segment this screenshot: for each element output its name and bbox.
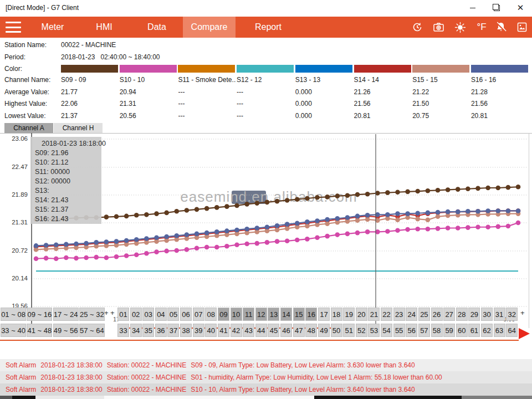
channel-number-button[interactable]: 64 [506, 324, 518, 337]
channel-number-button[interactable]: 62 [481, 324, 493, 337]
range-button[interactable]: 25 ~ 32 [79, 308, 105, 321]
channel-number-button[interactable]: 04 [155, 308, 167, 321]
channel-number-button[interactable]: 27 [443, 308, 455, 321]
channel-number-button[interactable]: 63 [494, 324, 505, 337]
channel-number-button[interactable]: 57 [418, 324, 430, 337]
channel-number-button[interactable]: 36 [155, 324, 167, 337]
channel-number-button[interactable]: 16 [305, 308, 317, 321]
camera-icon[interactable] [432, 21, 445, 33]
taskbar-fragment [104, 396, 314, 399]
image-icon[interactable] [515, 21, 529, 33]
sync-icon[interactable] [411, 21, 424, 33]
channel-number-button[interactable]: 48 [305, 324, 317, 337]
channel-number-button[interactable]: 45 [268, 324, 279, 337]
channel-number-button[interactable]: 38 [180, 324, 192, 337]
channel-number-button[interactable]: 49 [318, 324, 330, 337]
channel-number-button[interactable]: 34 [130, 324, 142, 337]
channel-number-button[interactable]: 17 [318, 308, 330, 321]
channel-number-button[interactable]: 55 [393, 324, 405, 337]
channel-number-button[interactable]: 56 [406, 324, 417, 337]
channel-number-button[interactable]: 33 [117, 324, 129, 337]
channel-number-button[interactable]: 51 [343, 324, 355, 337]
sun-icon[interactable] [453, 21, 467, 33]
channel-number-button[interactable]: 28 [456, 308, 468, 321]
channel-number-button[interactable]: 01 [117, 308, 129, 321]
channel-number-button[interactable]: 14 [280, 308, 292, 321]
zoom-plus-icon[interactable]: + [520, 309, 525, 317]
minimize-button[interactable] [463, 0, 482, 16]
channel-number-button[interactable]: 13 [268, 308, 279, 321]
channel-number-button[interactable]: 42 [231, 324, 242, 337]
channel-number-button[interactable]: 15 [293, 308, 305, 321]
tab-channel-a[interactable]: Channel A [4, 123, 53, 133]
channel-number-button[interactable]: 58 [431, 324, 443, 337]
nav-item-meter[interactable]: Meter [34, 17, 71, 38]
channel-name-cell: S09 - 09 [61, 76, 119, 84]
channel-number-button[interactable]: 07 [193, 308, 204, 321]
channel-number-button[interactable]: 09 [218, 308, 229, 321]
channel-number-button[interactable]: 43 [243, 324, 254, 337]
nav-item-report[interactable]: Report [245, 17, 291, 38]
channel-number-button[interactable]: 40 [205, 324, 217, 337]
range-button[interactable]: 01 ~ 08 [1, 308, 26, 321]
channel-number-button[interactable]: 24 [406, 308, 417, 321]
zoom-plus-icon[interactable]: + [110, 309, 115, 317]
channel-number-button[interactable]: 59 [443, 324, 455, 337]
channel-number-button[interactable]: 32 [506, 308, 518, 321]
channel-number-button[interactable]: 10 [231, 308, 242, 321]
channel-number-button[interactable]: 05 [167, 308, 179, 321]
channel-number-button[interactable]: 29 [468, 308, 480, 321]
channel-number-button[interactable]: 19 [343, 308, 355, 321]
channel-number-button[interactable]: 46 [280, 324, 292, 337]
channel-number-button[interactable]: 18 [331, 308, 342, 321]
range-button[interactable]: 57 ~ 64 [79, 324, 105, 337]
alarm-text: 2018-01-23 18:38:00 [40, 386, 102, 393]
channel-value-cell: 0.000 [295, 100, 353, 108]
channel-number-button[interactable]: 37 [167, 324, 179, 337]
channel-number-button[interactable]: 06 [180, 308, 192, 321]
maximize-button[interactable] [487, 0, 506, 16]
channel-number-button[interactable]: 02 [130, 308, 142, 321]
close-button[interactable]: ✕ [511, 0, 530, 16]
channel-number-button[interactable]: 41 [218, 324, 229, 337]
range-button[interactable]: 49 ~ 56 [53, 324, 79, 337]
range-button[interactable]: 33 ~ 40 [1, 324, 26, 337]
channel-number-button[interactable]: 35 [142, 324, 154, 337]
taskbar-fragment [0, 396, 12, 399]
channel-number-button[interactable]: 23 [393, 308, 405, 321]
hamburger-menu-icon[interactable] [6, 22, 21, 33]
fahrenheit-icon[interactable]: °F [473, 21, 490, 33]
channel-number-button[interactable]: 50 [331, 324, 342, 337]
tab-channel-h[interactable]: Channel H [54, 123, 103, 133]
channel-number-button[interactable]: 60 [456, 324, 468, 337]
channel-number-button[interactable]: 31 [494, 308, 505, 321]
channel-number-button[interactable]: 26 [431, 308, 443, 321]
range-button[interactable]: 17 ~ 24 [53, 308, 79, 321]
channel-number-button[interactable]: 52 [356, 324, 367, 337]
channel-number-button[interactable]: 11 [243, 308, 254, 321]
channel-number-button[interactable]: 30 [481, 308, 493, 321]
range-button[interactable]: 41 ~ 48 [27, 324, 52, 337]
period-value: 2018-01-23 02:40:00 ~ 18:40:00 [61, 53, 160, 61]
nav-item-hmi[interactable]: HMI [89, 17, 120, 38]
channel-number-button[interactable]: 08 [205, 308, 217, 321]
zoom-plus-icon[interactable]: + [104, 309, 109, 317]
channel-number-button[interactable]: 44 [255, 324, 267, 337]
channel-number-button[interactable]: 22 [381, 308, 392, 321]
channel-number-button[interactable]: 21 [368, 308, 380, 321]
bell-muted-icon[interactable] [494, 21, 508, 33]
nav-item-data[interactable]: Data [141, 17, 173, 38]
channel-number-button[interactable]: 39 [193, 324, 204, 337]
channel-number-button[interactable]: 54 [381, 324, 392, 337]
channel-number-button[interactable]: 03 [142, 308, 154, 321]
next-page-arrow-icon[interactable] [519, 328, 530, 339]
channel-number-button[interactable]: 61 [468, 324, 480, 337]
range-button[interactable]: 09 ~ 16 [27, 308, 52, 321]
channel-number-button[interactable]: 53 [368, 324, 380, 337]
channel-number-button[interactable]: 25 [418, 308, 430, 321]
channel-number-button[interactable]: 47 [293, 324, 305, 337]
nav-item-compare[interactable]: Compare [183, 17, 236, 38]
channel-number-button[interactable]: 12 [255, 308, 267, 321]
channel-number-button[interactable]: 20 [356, 308, 367, 321]
taskbar-fragment [35, 396, 104, 399]
